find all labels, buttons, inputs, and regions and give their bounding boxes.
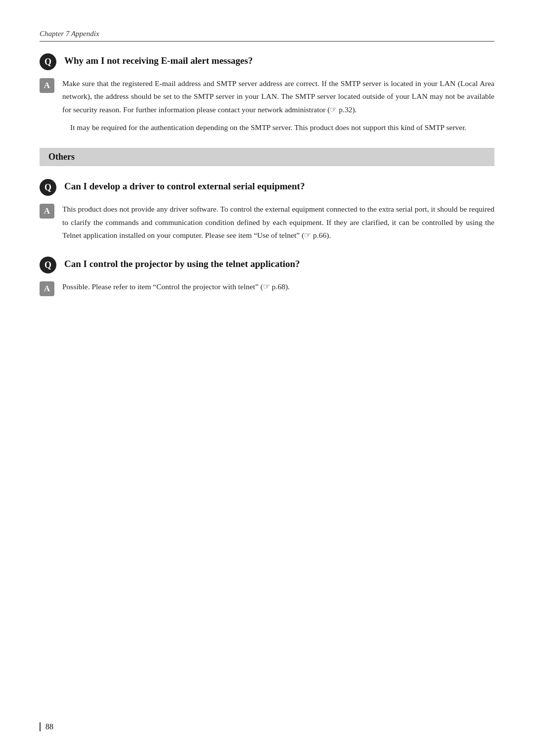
a-icon-letter-q1: A [44, 81, 50, 90]
question-row-q2: Q Can I develop a driver to control exte… [40, 178, 494, 196]
a-icon-q3: A [40, 281, 54, 296]
others-section-header: Others [40, 148, 494, 166]
a-icon-letter-q2: A [44, 206, 50, 216]
answer-row-q1: A Make sure that the registered E-mail a… [40, 77, 494, 116]
answer-text-q3-p1: Possible. Please refer to item “Control … [62, 280, 290, 293]
a-icon-q1: A [40, 78, 54, 93]
q-icon-letter-q3: Q [44, 260, 51, 270]
answer-row-q2: A This product does not provide any driv… [40, 203, 494, 242]
a-icon-q2: A [40, 204, 54, 219]
qa-block-q1: Q Why am I not receiving E-mail alert me… [40, 52, 494, 134]
answer-row-q3: A Possible. Please refer to item “Contro… [40, 280, 494, 296]
qa-block-q2: Q Can I develop a driver to control exte… [40, 178, 494, 242]
q-icon-letter-q1: Q [44, 57, 51, 67]
q-icon-q2: Q [40, 179, 56, 196]
q-icon-q1: Q [40, 53, 56, 70]
question-row-q3: Q Can I control the projector by using t… [40, 256, 494, 273]
answer-text-q1-p1: Make sure that the registered E-mail add… [62, 77, 494, 116]
question-row-q1: Q Why am I not receiving E-mail alert me… [40, 52, 494, 70]
answer-text-q2-p1: This product does not provide any driver… [62, 203, 494, 242]
question-text-q2: Can I develop a driver to control extern… [64, 178, 305, 193]
q-icon-q3: Q [40, 257, 56, 273]
question-text-q1: Why am I not receiving E-mail alert mess… [64, 52, 253, 68]
answer-text-q1-p2: It may be required for the authenticatio… [70, 121, 494, 134]
header-rule [40, 41, 494, 42]
q-icon-letter-q2: Q [44, 182, 51, 193]
page: Chapter 7 Appendix Q Why am I not receiv… [0, 0, 534, 756]
qa-block-q3: Q Can I control the projector by using t… [40, 256, 494, 296]
question-text-q3: Can I control the projector by using the… [64, 256, 300, 271]
page-number: 88 [40, 722, 53, 731]
chapter-header: Chapter 7 Appendix [40, 30, 494, 38]
a-icon-letter-q3: A [44, 284, 50, 294]
